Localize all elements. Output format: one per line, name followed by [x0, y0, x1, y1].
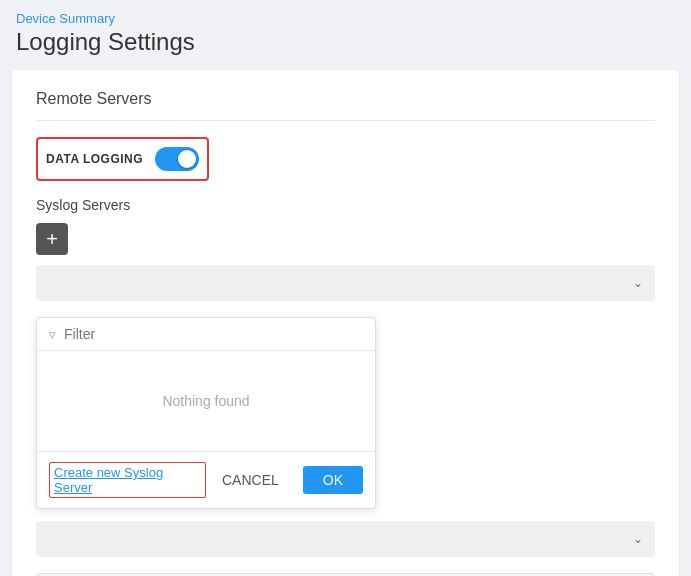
main-card: Remote Servers DATA LOGGING Syslog Serve… — [12, 70, 679, 576]
breadcrumb-link[interactable]: Device Summary — [16, 11, 115, 26]
section-title: Remote Servers — [36, 90, 655, 121]
data-logging-row: DATA LOGGING — [36, 137, 209, 181]
filter-icon: ▿ — [49, 327, 56, 342]
dropdown-list: Nothing found — [37, 351, 375, 451]
page-title: Logging Settings — [16, 28, 675, 56]
chevron-down-icon-1: ⌄ — [633, 276, 643, 290]
toggle-track — [155, 147, 199, 171]
content-area: ⌄ ▿ Nothing found Create new Syslog Serv… — [36, 265, 655, 576]
syslog-select-row-1: ⌄ — [36, 265, 655, 301]
ok-button[interactable]: OK — [303, 466, 363, 494]
data-logging-label: DATA LOGGING — [46, 152, 143, 166]
create-syslog-link[interactable]: Create new Syslog Server — [49, 462, 206, 498]
syslog-dropdown: ▿ Nothing found Create new Syslog Server… — [36, 317, 376, 509]
add-syslog-button[interactable]: + — [36, 223, 68, 255]
footer-buttons: CANCEL OK — [206, 466, 363, 494]
page-header: Device Summary Logging Settings — [0, 0, 691, 62]
syslog-select-row-2: ⌄ — [36, 521, 655, 557]
data-logging-toggle[interactable] — [155, 147, 199, 171]
cancel-button[interactable]: CANCEL — [206, 466, 295, 494]
syslog-label: Syslog Servers — [36, 197, 655, 213]
toggle-thumb — [178, 150, 196, 168]
dropdown-footer: Create new Syslog Server CANCEL OK — [37, 451, 375, 508]
filter-row: ▿ — [37, 318, 375, 351]
nothing-found-text: Nothing found — [162, 393, 249, 409]
chevron-down-icon-2: ⌄ — [633, 532, 643, 546]
filter-input[interactable] — [64, 326, 363, 342]
